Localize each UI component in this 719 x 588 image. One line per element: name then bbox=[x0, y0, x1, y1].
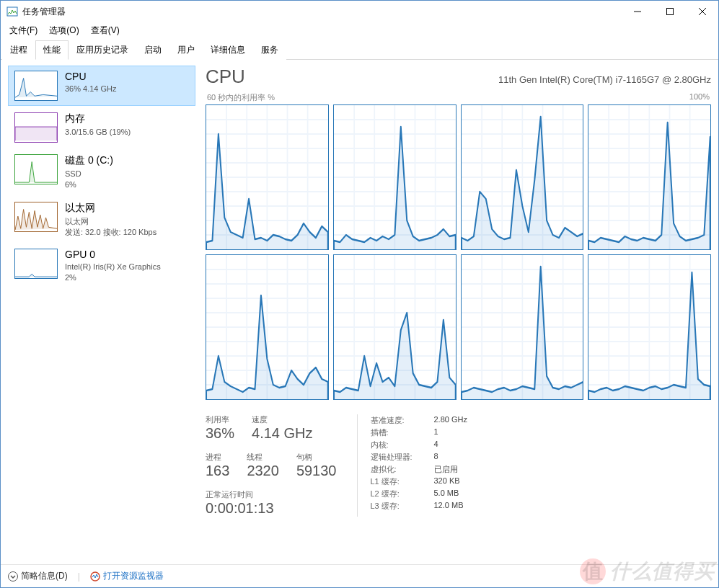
chart-label-right: 100% bbox=[689, 92, 710, 103]
resource-monitor-link[interactable]: 打开资源监视器 bbox=[90, 570, 164, 582]
chart-label-left: 60 秒内的利用率 % bbox=[207, 92, 275, 103]
tab-2[interactable]: 应用历史记录 bbox=[69, 40, 136, 60]
tab-6[interactable]: 服务 bbox=[253, 40, 286, 60]
sidebar: CPU36% 4.14 GHz 内存3.0/15.6 GB (19%) 磁盘 0… bbox=[8, 66, 195, 560]
maximize-button[interactable] bbox=[653, 1, 686, 22]
handle-label: 句柄 bbox=[296, 452, 337, 463]
sidebar-thumb-icon bbox=[14, 154, 58, 184]
cpu-name: 11th Gen Intel(R) Core(TM) i7-1165G7 @ 2… bbox=[498, 74, 711, 85]
sidebar-item-1[interactable]: 内存3.0/15.6 GB (19%) bbox=[8, 107, 195, 148]
cpu-core-chart-7[interactable] bbox=[588, 254, 711, 400]
sidebar-item-3[interactable]: 以太网以太网发送: 32.0 接收: 120 Kbps bbox=[8, 197, 195, 243]
uptime-label: 正常运行时间 bbox=[206, 489, 337, 500]
menu-options[interactable]: 选项(O) bbox=[43, 23, 84, 38]
cpu-details: 基准速度:2.80 GHz插槽:1内核:4逻辑处理器:8虚拟化:已启用L1 缓存… bbox=[357, 414, 467, 517]
sidebar-item-0[interactable]: CPU36% 4.14 GHz bbox=[8, 66, 195, 106]
fewer-details-link[interactable]: 简略信息(D) bbox=[8, 570, 68, 582]
task-manager-window: 任务管理器 文件(F) 选项(O) 查看(V) 进程性能应用历史记录启动用户详细… bbox=[0, 0, 719, 588]
detail-row-1: 插槽:1 bbox=[371, 427, 467, 439]
cpu-core-chart-1[interactable] bbox=[333, 104, 456, 250]
titlebar[interactable]: 任务管理器 bbox=[1, 1, 718, 22]
sidebar-item-4[interactable]: GPU 0Intel(R) Iris(R) Xe Graphics2% bbox=[8, 244, 195, 288]
tab-4[interactable]: 用户 bbox=[169, 40, 203, 60]
app-icon bbox=[6, 6, 18, 17]
tab-5[interactable]: 详细信息 bbox=[203, 40, 253, 60]
main-title: CPU bbox=[206, 66, 245, 88]
sidebar-thumb-icon bbox=[14, 71, 58, 101]
minimize-button[interactable] bbox=[621, 1, 653, 22]
tab-3[interactable]: 启动 bbox=[136, 40, 169, 60]
menubar: 文件(F) 选项(O) 查看(V) bbox=[1, 22, 718, 38]
cpu-core-chart-0[interactable] bbox=[206, 104, 329, 250]
detail-row-3: 逻辑处理器:8 bbox=[371, 451, 467, 463]
svg-rect-2 bbox=[666, 9, 673, 15]
handle-value: 59130 bbox=[296, 463, 337, 479]
tab-1[interactable]: 性能 bbox=[35, 40, 69, 60]
cpu-core-chart-6[interactable] bbox=[461, 254, 584, 400]
detail-row-7: L3 缓存:12.0 MB bbox=[371, 500, 467, 512]
cpu-charts-grid[interactable] bbox=[206, 104, 711, 400]
speed-label: 速度 bbox=[252, 414, 312, 425]
tab-0[interactable]: 进程 bbox=[2, 40, 35, 60]
window-title: 任务管理器 bbox=[22, 6, 66, 18]
tabbar: 进程性能应用历史记录启动用户详细信息服务 bbox=[1, 40, 718, 60]
sidebar-thumb-icon bbox=[14, 202, 58, 232]
svg-point-117 bbox=[91, 572, 100, 581]
proc-label: 进程 bbox=[206, 452, 229, 463]
cpu-core-chart-3[interactable] bbox=[588, 104, 711, 250]
cpu-core-chart-5[interactable] bbox=[333, 254, 456, 400]
proc-value: 163 bbox=[206, 463, 229, 479]
cpu-core-chart-2[interactable] bbox=[461, 104, 584, 250]
sidebar-item-2[interactable]: 磁盘 0 (C:)SSD6% bbox=[8, 149, 195, 195]
sidebar-thumb-icon bbox=[14, 112, 58, 143]
speed-value: 4.14 GHz bbox=[252, 425, 312, 442]
thread-label: 线程 bbox=[247, 452, 279, 463]
menu-file[interactable]: 文件(F) bbox=[4, 23, 43, 38]
thread-value: 2320 bbox=[247, 463, 279, 479]
monitor-icon bbox=[90, 571, 100, 582]
menu-view[interactable]: 查看(V) bbox=[85, 23, 125, 38]
stats: 利用率36% 速度4.14 GHz 进程163 线程2320 句柄59130 正… bbox=[206, 414, 711, 517]
detail-row-2: 内核:4 bbox=[371, 439, 467, 451]
footer: 简略信息(D) | 打开资源监视器 bbox=[1, 564, 718, 587]
uptime-value: 0:00:01:13 bbox=[206, 500, 337, 517]
util-value: 36% bbox=[206, 425, 234, 442]
main-panel: CPU 11th Gen Intel(R) Core(TM) i7-1165G7… bbox=[195, 66, 711, 560]
detail-row-5: L1 缓存:320 KB bbox=[371, 476, 467, 488]
cpu-core-chart-4[interactable] bbox=[206, 254, 329, 400]
detail-row-0: 基准速度:2.80 GHz bbox=[371, 414, 467, 427]
sidebar-thumb-icon bbox=[14, 249, 58, 279]
detail-row-6: L2 缓存:5.0 MB bbox=[371, 488, 467, 500]
chevron-up-icon bbox=[8, 571, 18, 582]
detail-row-4: 虚拟化:已启用 bbox=[371, 463, 467, 476]
util-label: 利用率 bbox=[206, 414, 234, 425]
close-button[interactable] bbox=[686, 1, 718, 22]
